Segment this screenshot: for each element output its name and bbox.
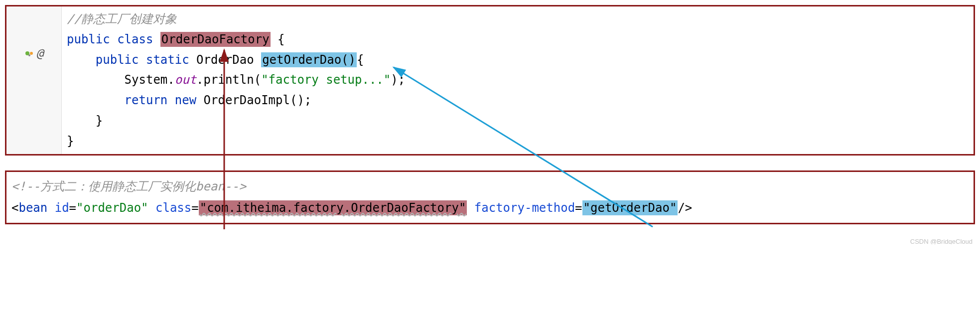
- java-code-box: @ //静态工厂创建对象 public class OrderDaoFactor…: [5, 5, 975, 156]
- kw-class: class: [117, 32, 153, 46]
- kw-public2: public: [96, 53, 139, 67]
- out-field: out: [175, 73, 196, 87]
- attr-factory-method: factory-method: [474, 201, 575, 215]
- attr-id: id: [55, 201, 69, 215]
- svg-point-1: [30, 52, 33, 55]
- xml-code-box: <!--方式二：使用静态工厂实例化bean--> <bean id="order…: [5, 170, 975, 224]
- xml-comment: <!--方式二：使用静态工厂实例化bean-->: [11, 179, 246, 193]
- spring-bean-icon: [24, 48, 34, 58]
- java-comment: //静态工厂创建对象: [67, 12, 177, 26]
- kw-return: return: [125, 93, 168, 107]
- val-class-highlight: "com.itheima.factory.OrderDaoFactory": [199, 200, 467, 215]
- val-fm-highlight: "getOrderDao": [582, 200, 678, 215]
- gutter-icons: @: [24, 46, 43, 60]
- impl-ctor: OrderDaoImpl();: [204, 93, 312, 107]
- kw-new: new: [175, 93, 196, 107]
- kw-public: public: [67, 32, 110, 46]
- svg-point-2: [28, 54, 30, 56]
- method-name-highlight: getOrderDao(): [261, 52, 357, 67]
- val-id: "orderDao": [76, 201, 148, 215]
- attr-class: class: [155, 201, 191, 215]
- java-code-content: //静态工厂创建对象 public class OrderDaoFactory …: [62, 6, 974, 154]
- string-literal: "factory setup...": [261, 73, 391, 87]
- xml-code-content: <!--方式二：使用静态工厂实例化bean--> <bean id="order…: [6, 172, 974, 223]
- class-name-highlight: OrderDaoFactory: [160, 32, 271, 47]
- return-type: OrderDao: [196, 53, 254, 67]
- bean-tag: bean: [18, 201, 47, 215]
- gutter-at-symbol: @: [36, 46, 43, 60]
- watermark: CSDN @BridgeCloud: [910, 238, 973, 244]
- kw-static: static: [146, 53, 189, 67]
- editor-gutter: @: [6, 6, 62, 154]
